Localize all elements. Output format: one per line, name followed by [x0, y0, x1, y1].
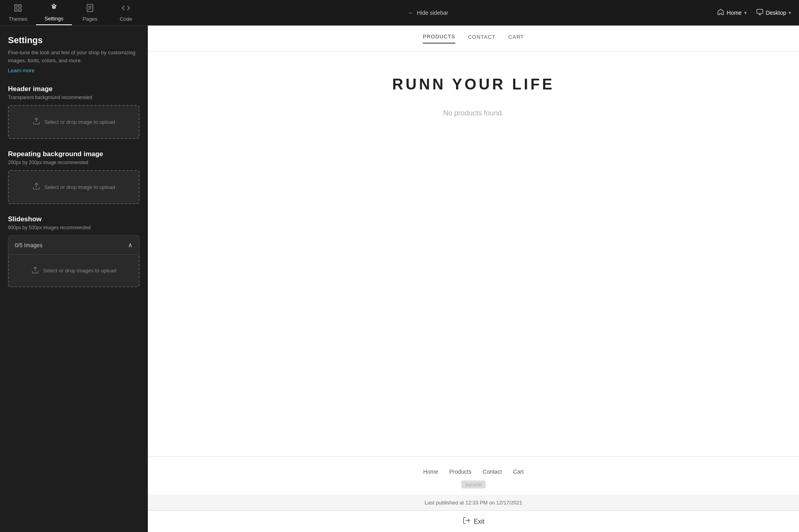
- svg-rect-3: [19, 8, 21, 11]
- hide-sidebar-label: Hide sidebar: [417, 10, 448, 16]
- store-title: RUNN YOUR LIFE: [392, 76, 554, 93]
- repeating-bg-subtitle: 200px by 200px image recommended: [8, 160, 139, 165]
- nav-item-themes[interactable]: Themes: [0, 0, 36, 25]
- preview-area: PRODUCTS CONTACT CART RUNN YOUR LIFE No …: [148, 26, 799, 532]
- preview-nav-cart[interactable]: CART: [508, 34, 524, 43]
- hide-sidebar-arrow-icon: ←: [408, 10, 414, 16]
- top-nav: Themes Settings Pages Code ← Hide sideba…: [0, 0, 799, 26]
- nav-center: ← Hide sidebar: [144, 10, 712, 16]
- last-published: Last published at 12:33 PM on 12/17/2021: [148, 495, 799, 510]
- pages-icon: [86, 4, 94, 14]
- nav-item-pages[interactable]: Pages: [72, 0, 108, 25]
- home-chevron-icon: ▾: [744, 10, 747, 16]
- header-upload-icon: [32, 117, 40, 127]
- nav-items: Themes Settings Pages Code: [0, 0, 144, 25]
- nav-right: Home ▾ Desktop ▾: [712, 6, 799, 19]
- desktop-label: Desktop: [766, 10, 786, 16]
- desktop-chevron-icon: ▾: [789, 10, 791, 16]
- home-label: Home: [727, 10, 741, 16]
- desktop-icon: [756, 8, 763, 17]
- preview-footer: Home Products Contact Cart bigcartel: [148, 456, 799, 495]
- home-selector[interactable]: Home ▾: [712, 6, 751, 19]
- slideshow-upload-icon: [31, 266, 39, 275]
- svg-rect-2: [15, 8, 17, 11]
- header-image-title: Header image: [8, 85, 139, 93]
- desktop-selector[interactable]: Desktop ▾: [751, 6, 796, 19]
- nav-item-themes-label: Themes: [9, 16, 28, 22]
- header-image-subtitle: Transparent background recommended: [8, 95, 139, 100]
- preview-nav: PRODUCTS CONTACT CART: [148, 26, 799, 52]
- svg-rect-1: [19, 4, 21, 7]
- slideshow-upload-label: Select or drop images to upload: [43, 268, 117, 274]
- footer-nav-cart[interactable]: Cart: [513, 468, 524, 475]
- exit-icon: [462, 516, 470, 526]
- header-image-upload-zone[interactable]: Select or drop image to upload: [8, 105, 139, 139]
- preview-nav-products[interactable]: PRODUCTS: [423, 34, 455, 44]
- slideshow-chevron-icon: ∧: [128, 241, 133, 249]
- slideshow-images-count: 0/5 Images: [15, 242, 42, 248]
- main-layout: Settings Fine-tune the look and feel of …: [0, 26, 799, 532]
- nav-item-code[interactable]: Code: [108, 0, 144, 25]
- hide-sidebar-button[interactable]: ← Hide sidebar: [408, 10, 448, 16]
- header-upload-label: Select or drop image to upload: [44, 119, 115, 125]
- repeating-bg-upload-zone[interactable]: Select or drop image to upload: [8, 170, 139, 204]
- preview-content: RUNN YOUR LIFE No products found.: [148, 52, 799, 456]
- sidebar-title: Settings: [8, 35, 139, 46]
- slideshow-subtitle: 900px by 500px images recommended: [8, 225, 139, 230]
- footer-nav-products[interactable]: Products: [449, 468, 471, 475]
- exit-button[interactable]: Exit: [148, 510, 799, 532]
- repeating-upload-icon: [32, 182, 40, 192]
- nav-item-settings[interactable]: Settings: [36, 0, 72, 25]
- slideshow-upload-zone[interactable]: Select or drop images to upload: [8, 255, 139, 287]
- code-icon: [122, 4, 130, 14]
- bigcartel-badge: bigcartel: [461, 480, 486, 488]
- nav-item-pages-label: Pages: [83, 16, 98, 22]
- themes-icon: [14, 4, 22, 14]
- home-icon: [717, 8, 724, 17]
- preview-nav-contact[interactable]: CONTACT: [468, 34, 496, 43]
- slideshow-images-header[interactable]: 0/5 Images ∧: [8, 235, 139, 255]
- slideshow-title: Slideshow: [8, 215, 139, 223]
- learn-more-link[interactable]: Learn more: [8, 67, 34, 73]
- nav-item-settings-label: Settings: [45, 16, 64, 22]
- sidebar: Settings Fine-tune the look and feel of …: [0, 26, 148, 532]
- svg-rect-9: [757, 9, 763, 14]
- no-products-text: No products found.: [443, 109, 504, 117]
- settings-icon: [50, 3, 58, 14]
- sidebar-description: Fine-tune the look and feel of your shop…: [8, 49, 139, 64]
- footer-nav-contact[interactable]: Contact: [482, 468, 502, 475]
- repeating-upload-label: Select or drop image to upload: [44, 184, 115, 190]
- footer-nav-home[interactable]: Home: [423, 468, 438, 475]
- exit-label: Exit: [474, 518, 484, 525]
- footer-nav: Home Products Contact Cart: [423, 468, 524, 475]
- repeating-bg-title: Repeating background image: [8, 150, 139, 158]
- svg-rect-0: [15, 4, 17, 7]
- nav-item-code-label: Code: [120, 16, 132, 22]
